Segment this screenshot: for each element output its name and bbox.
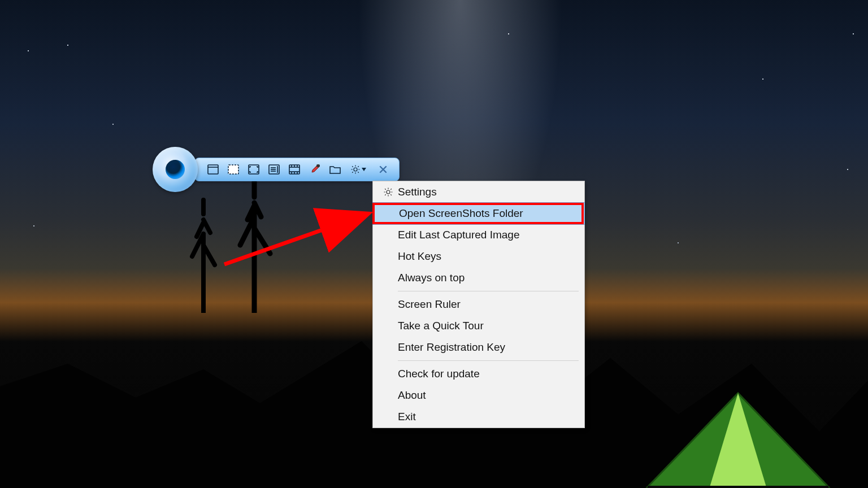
svg-rect-19 — [316, 164, 320, 167]
svg-line-20 — [224, 215, 366, 264]
capture-window-button[interactable] — [205, 161, 222, 178]
filmstrip-icon — [289, 164, 300, 175]
menu-item-label: Open ScreenShots Folder — [399, 207, 575, 220]
menu-item-screen-ruler[interactable]: Screen Ruler — [373, 294, 584, 315]
fullscreen-icon — [248, 164, 259, 175]
svg-rect-3 — [228, 165, 238, 174]
menu-item-edit-last-captured-image[interactable]: Edit Last Captured Image — [373, 224, 584, 246]
menu-item-always-on-top[interactable]: Always on top — [373, 267, 584, 289]
record-screen-button[interactable] — [286, 161, 303, 178]
menu-item-enter-registration-key[interactable]: Enter Registration Key — [373, 337, 584, 358]
eyedropper-icon — [309, 164, 320, 175]
menu-item-about[interactable]: About — [373, 385, 584, 406]
color-picker-button[interactable] — [306, 161, 323, 178]
menu-item-check-for-update[interactable]: Check for update — [373, 363, 584, 385]
screenshot-toolbar — [153, 147, 400, 192]
window-icon — [207, 164, 219, 175]
capture-fullscreen-button[interactable] — [245, 161, 262, 178]
menu-item-settings[interactable]: Settings — [373, 181, 584, 203]
menu-item-label: Enter Registration Key — [398, 341, 575, 354]
app-logo[interactable] — [153, 147, 198, 192]
chevron-down-icon — [362, 168, 366, 171]
menu-item-label: Check for update — [398, 368, 575, 380]
gear-icon — [350, 164, 361, 175]
annotation-arrow — [218, 198, 381, 271]
close-toolbar-button[interactable] — [375, 161, 392, 178]
menu-item-label: Take a Quick Tour — [398, 320, 575, 332]
settings-context-menu: SettingsOpen ScreenShots FolderEdit Last… — [372, 181, 585, 428]
menu-item-hot-keys[interactable]: Hot Keys — [373, 246, 584, 267]
close-icon — [379, 165, 388, 174]
menu-item-label: Hot Keys — [398, 250, 575, 263]
menu-item-label: Exit — [398, 411, 575, 423]
settings-dropdown-button[interactable] — [347, 161, 370, 178]
green-tent — [642, 386, 834, 488]
open-folder-button[interactable] — [327, 161, 344, 178]
menu-item-label: Screen Ruler — [398, 298, 575, 311]
region-icon — [228, 164, 239, 175]
capture-scrolling-button[interactable] — [266, 161, 283, 178]
menu-item-exit[interactable]: Exit — [373, 406, 584, 428]
gear-icon — [379, 187, 398, 197]
toolbar-body — [194, 158, 400, 181]
svg-rect-1 — [208, 165, 218, 174]
menu-separator — [398, 360, 579, 361]
menu-item-label: Settings — [398, 186, 575, 198]
app-logo-inner — [166, 160, 185, 179]
capture-region-button[interactable] — [225, 161, 242, 178]
menu-item-take-a-quick-tour[interactable]: Take a Quick Tour — [373, 315, 584, 337]
menu-item-label: About — [398, 389, 575, 402]
menu-item-label: Edit Last Captured Image — [398, 229, 575, 241]
menu-item-label: Always on top — [398, 272, 575, 284]
desktop-wallpaper: SettingsOpen ScreenShots FolderEdit Last… — [0, 0, 868, 488]
folder-icon — [329, 164, 341, 175]
menu-item-open-screenshots-folder[interactable]: Open ScreenShots Folder — [372, 202, 585, 225]
scrolling-icon — [268, 164, 280, 175]
menu-separator — [398, 291, 579, 291]
